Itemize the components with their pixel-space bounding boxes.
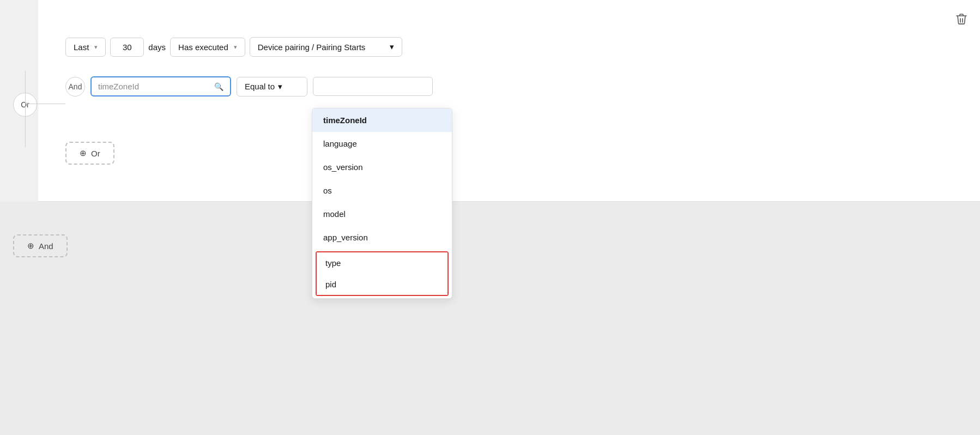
event-chevron: ▾ [390,42,394,52]
property-search-input[interactable] [98,82,211,91]
dropdown-item-app_version[interactable]: app_version [312,226,452,249]
operator-chevron: ▾ [278,82,282,92]
property-search-container: 🔍 [90,76,231,96]
dropdown-item-os_version[interactable]: os_version [312,155,452,179]
white-panel [38,0,980,202]
add-and-label: And [39,241,53,251]
dropdown-item-pid[interactable]: pid [317,274,447,295]
connector-horizontal-line [25,104,65,104]
connector-vertical-line [25,71,26,147]
add-or-button[interactable]: ⊕ Or [65,142,114,165]
main-container: Last ▾ days Has executed ▾ Device pairin… [0,0,980,435]
event-label: Device pairing / Pairing Starts [258,43,366,52]
executed-label: Has executed [178,43,228,52]
event-dropdown[interactable]: Device pairing / Pairing Starts ▾ [250,37,402,57]
filter-bar: Last ▾ days Has executed ▾ Device pairin… [65,37,402,57]
gray-panel [0,202,980,435]
delete-button[interactable] [956,13,967,27]
condition-row: And 🔍 Equal to ▾ [65,76,433,96]
dropdown-item-timeZoneId[interactable]: timeZoneId [312,108,452,132]
time-range-number-input[interactable] [110,38,144,57]
executed-dropdown[interactable]: Has executed ▾ [170,38,245,57]
time-range-unit-label: days [148,43,166,52]
add-or-label: Or [91,149,100,158]
time-range-dropdown[interactable]: Last ▾ [65,38,106,57]
dropdown-item-language[interactable]: language [312,132,452,155]
add-or-plus-icon: ⊕ [80,148,87,158]
and-connector-label: And [65,77,85,96]
search-icon: 🔍 [214,82,223,91]
dropdown-item-os[interactable]: os [312,179,452,202]
add-and-plus-icon: ⊕ [27,241,34,251]
time-range-label: Last [74,43,89,52]
dropdown-item-type[interactable]: type [317,252,447,274]
dropdown-item-model[interactable]: model [312,202,452,226]
property-dropdown-list: timeZoneIdlanguageos_versionosmodelapp_v… [312,108,452,299]
operator-dropdown[interactable]: Equal to ▾ [237,77,307,96]
add-and-button[interactable]: ⊕ And [13,234,68,257]
time-range-chevron: ▾ [94,44,98,51]
highlighted-group: typepid [316,251,449,296]
operator-label: Equal to [245,82,275,91]
value-input[interactable] [313,77,433,96]
executed-chevron: ▾ [234,44,237,51]
